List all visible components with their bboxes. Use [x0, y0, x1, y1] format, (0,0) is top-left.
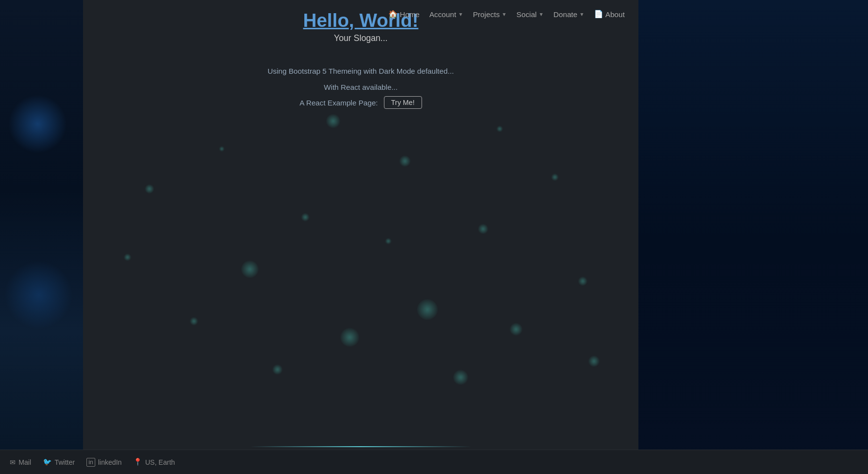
- nav-account-label: Account: [429, 10, 456, 19]
- nav-home[interactable]: 🏠 Home: [384, 8, 423, 21]
- bokeh-particle: [219, 146, 224, 151]
- mail-icon: ✉: [10, 458, 16, 466]
- social-caret: ▼: [539, 12, 544, 17]
- try-me-row: A React Example Page: Try Me!: [93, 96, 629, 109]
- linkedin-icon: in: [86, 458, 95, 467]
- try-me-button[interactable]: Try Me!: [384, 96, 422, 109]
- footer-location-label: US, Earth: [145, 458, 175, 466]
- nav-home-label: Home: [400, 10, 420, 19]
- bottom-line: [83, 446, 638, 447]
- location-icon: 📍: [133, 458, 142, 466]
- footer: ✉ Mail 🐦 Twitter in linkedIn 📍 US, Earth: [0, 450, 868, 474]
- bokeh-particle: [578, 277, 587, 286]
- bokeh-particle: [273, 365, 282, 374]
- nav-projects-label: Projects: [473, 10, 500, 19]
- bokeh-particle: [301, 213, 309, 221]
- footer-mail-label: Mail: [19, 458, 31, 466]
- footer-location[interactable]: 📍 US, Earth: [133, 458, 175, 466]
- site-slogan: Your Slogan...: [334, 33, 388, 43]
- bokeh-particle: [400, 156, 410, 166]
- bokeh-particle: [417, 299, 438, 320]
- footer-twitter-label: Twitter: [55, 458, 75, 466]
- donate-caret: ▼: [579, 12, 584, 17]
- navbar: 🏠 Home Account ▼ Projects ▼ Social ▼ Don…: [375, 0, 638, 28]
- nav-account[interactable]: Account ▼: [425, 8, 467, 21]
- bokeh-particle: [478, 224, 488, 234]
- bokeh-particle: [385, 238, 391, 244]
- home-icon: 🏠: [388, 10, 398, 19]
- line1: Using Bootstrap 5 Themeing with Dark Mod…: [93, 67, 629, 75]
- nav-social-label: Social: [516, 10, 536, 19]
- nav-donate-label: Donate: [553, 10, 577, 19]
- footer-linkedin-label: linkedIn: [98, 458, 122, 466]
- projects-caret: ▼: [502, 12, 507, 17]
- account-caret: ▼: [458, 12, 463, 17]
- bokeh-particle: [340, 328, 359, 347]
- bokeh-particle: [145, 185, 154, 193]
- line2: With React available...: [93, 83, 629, 91]
- bokeh-particle: [190, 317, 198, 325]
- bokeh-particle: [124, 254, 131, 261]
- bokeh-particle: [241, 261, 258, 278]
- bokeh-particle: [497, 126, 503, 132]
- footer-twitter[interactable]: 🐦 Twitter: [43, 458, 75, 466]
- left-panel: [0, 0, 83, 474]
- nav-social[interactable]: Social ▼: [512, 8, 548, 21]
- about-icon: 📄: [594, 10, 603, 19]
- footer-mail[interactable]: ✉ Mail: [10, 458, 31, 466]
- bokeh-particle: [453, 370, 468, 385]
- twitter-icon: 🐦: [43, 458, 52, 466]
- react-label: A React Example Page:: [299, 99, 378, 107]
- bokeh-particle: [510, 323, 522, 335]
- main-content: Using Bootstrap 5 Themeing with Dark Mod…: [83, 48, 638, 124]
- bokeh-particle: [551, 174, 558, 181]
- nav-donate[interactable]: Donate ▼: [550, 8, 588, 21]
- bokeh-particle: [589, 356, 599, 367]
- nav-about[interactable]: 📄 About: [590, 8, 629, 21]
- nav-about-label: About: [605, 10, 625, 19]
- right-panel: [638, 0, 868, 474]
- footer-linkedin[interactable]: in linkedIn: [86, 458, 122, 467]
- nav-projects[interactable]: Projects ▼: [469, 8, 510, 21]
